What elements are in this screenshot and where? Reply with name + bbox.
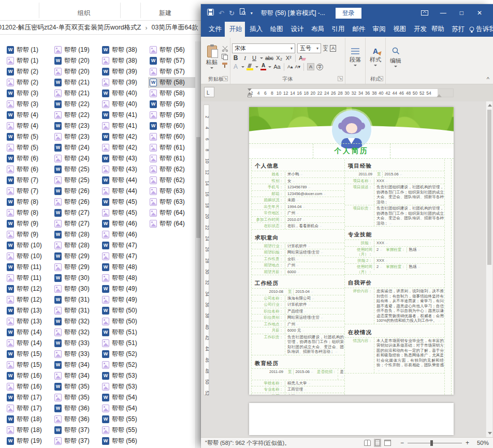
tab-引用[interactable]: 引用 <box>327 22 348 37</box>
breadcrumb-segment[interactable]: 03简历单面64款 <box>151 23 198 32</box>
file-item[interactable]: 帮帮 (33) <box>53 349 100 360</box>
file-item[interactable]: 帮帮 (37) <box>53 436 100 446</box>
tab-开发工具[interactable]: 开发工具 <box>409 22 427 37</box>
file-item[interactable]: 帮帮 (50) <box>100 305 148 316</box>
file-item[interactable]: 帮帮 (53) <box>100 381 148 392</box>
file-item[interactable]: 帮帮 (55) <box>100 425 148 436</box>
file-item[interactable]: 帮帮 (33) <box>53 338 100 349</box>
file-item[interactable]: 帮帮 (41) <box>100 121 148 131</box>
file-item[interactable]: 帮帮 (37) <box>53 425 100 436</box>
file-item[interactable]: 帮帮 (6) <box>5 153 53 164</box>
file-item[interactable]: 帮帮 (32) <box>53 327 100 338</box>
file-item[interactable]: 帮帮 (15) <box>5 360 53 370</box>
file-item[interactable]: 帮帮 (48) <box>100 273 148 283</box>
tab-帮助[interactable]: 帮助 <box>427 22 447 37</box>
file-item[interactable]: 帮帮 (36) <box>53 414 100 425</box>
file-item[interactable]: 帮帮 (39) <box>100 66 148 77</box>
file-item[interactable]: 帮帮 (25) <box>53 175 100 186</box>
file-item[interactable]: 帮帮 (56) <box>100 436 148 446</box>
file-item[interactable]: 帮帮 (42) <box>100 131 148 142</box>
file-item[interactable]: 帮帮 (12) <box>5 283 53 294</box>
tell-me-tab[interactable]: 告诉我 <box>476 22 493 37</box>
file-item[interactable]: 帮帮 (19) <box>5 436 53 446</box>
file-item[interactable]: 帮帮 (3) <box>5 88 53 99</box>
file-item[interactable]: 帮帮 (10) <box>5 251 53 262</box>
file-item[interactable]: 帮帮 (2) <box>5 77 53 88</box>
file-item[interactable]: 帮帮 (32) <box>53 316 100 327</box>
collapse-ribbon-icon[interactable]: ^ <box>487 76 489 82</box>
phonetic-guide-icon[interactable]: wén 文 <box>323 44 328 52</box>
file-item[interactable]: 帮帮 (39) <box>100 77 148 88</box>
paragraph-button[interactable]: 段落 <box>347 48 364 67</box>
chevron-down-icon[interactable] <box>260 57 263 59</box>
file-item[interactable]: 帮帮 (59) <box>148 99 196 110</box>
file-item[interactable]: 帮帮 (63) <box>148 186 196 197</box>
tab-插入[interactable]: 插入 <box>245 22 266 37</box>
font-size-select[interactable]: 五号▾ <box>297 43 321 53</box>
zoom-slider-track[interactable] <box>408 443 462 443</box>
file-item[interactable]: 帮帮 (7) <box>5 175 53 186</box>
print-layout-button[interactable] <box>374 439 381 447</box>
file-item[interactable]: 帮帮 (15) <box>5 349 53 360</box>
bold-button[interactable]: B <box>232 54 239 62</box>
read-mode-button[interactable] <box>363 439 372 447</box>
enclose-characters-button[interactable]: 字 <box>316 64 323 70</box>
file-item[interactable]: 帮帮 (63) <box>148 197 196 207</box>
format-painter-icon[interactable] <box>222 62 228 68</box>
file-item[interactable]: 帮帮 (31) <box>53 294 100 305</box>
italic-button[interactable]: I <box>241 54 249 62</box>
zoom-slider[interactable]: − + <box>400 439 469 446</box>
file-item[interactable]: 帮帮 (24) <box>53 142 100 153</box>
file-item[interactable]: 帮帮 (13) <box>5 305 53 316</box>
tab-审阅[interactable]: 审阅 <box>368 22 389 37</box>
file-item[interactable]: 帮帮 (43) <box>100 153 148 164</box>
file-item[interactable]: 帮帮 (47) <box>100 240 148 251</box>
tab-开始[interactable]: 开始 <box>225 22 245 37</box>
file-item[interactable]: 帮帮 (20) <box>53 55 100 66</box>
file-item[interactable]: 帮帮 (3) <box>5 99 53 110</box>
file-item[interactable]: 帮帮 (1) <box>5 44 53 55</box>
file-item[interactable]: 帮帮 (29) <box>53 262 100 273</box>
right-indent-marker[interactable] <box>437 94 442 97</box>
word-scrollbar-thumb[interactable] <box>487 110 491 265</box>
tab-设计[interactable]: 设计 <box>286 22 307 37</box>
file-item[interactable]: 帮帮 (1) <box>5 55 53 66</box>
file-item[interactable]: 帮帮 (49) <box>100 294 148 305</box>
file-item[interactable]: 帮帮 (41) <box>100 110 148 121</box>
file-item[interactable]: 帮帮 (38) <box>100 44 148 55</box>
tab-selector[interactable]: L <box>204 87 214 97</box>
file-item[interactable]: 帮帮 (8) <box>5 207 53 218</box>
file-item[interactable]: 帮帮 (18) <box>5 425 53 436</box>
strikethrough-button[interactable]: abc <box>265 54 273 62</box>
save-icon[interactable] <box>207 8 214 18</box>
file-item[interactable]: 帮帮 (11) <box>5 262 53 273</box>
file-item[interactable]: 帮帮 (57) <box>148 55 196 66</box>
file-item[interactable]: 帮帮 (53) <box>100 370 148 381</box>
explorer-group-organize[interactable]: 组织 <box>78 9 90 18</box>
highlight-color-icon[interactable] <box>247 64 253 70</box>
file-item[interactable]: 帮帮 (64) <box>148 218 196 229</box>
file-item[interactable]: 帮帮 (35) <box>53 392 100 403</box>
file-item[interactable]: 帮帮 (61) <box>148 153 196 164</box>
file-item[interactable]: 帮帮 (9) <box>5 229 53 240</box>
tab-布局[interactable]: 布局 <box>307 22 327 37</box>
file-item[interactable]: 帮帮 (14) <box>5 327 53 338</box>
file-item[interactable]: 帮帮 (4) <box>5 121 53 131</box>
file-item[interactable]: 帮帮 (57) <box>148 66 196 77</box>
file-item[interactable]: 帮帮 (58) <box>148 77 196 88</box>
maximize-icon[interactable]: □ <box>460 10 463 16</box>
zoom-out-button[interactable]: − <box>400 439 404 446</box>
file-item[interactable]: 帮帮 (60) <box>148 121 196 131</box>
change-case-button[interactable]: Aa <box>273 63 281 71</box>
file-item[interactable]: 帮帮 (30) <box>53 283 100 294</box>
file-item[interactable]: 帮帮 (24) <box>53 153 100 164</box>
superscript-button[interactable]: X² <box>285 54 292 62</box>
file-item[interactable]: 帮帮 (62) <box>148 175 196 186</box>
breadcrumb-segment[interactable]: 01202-解压密码zt24-单页双页套装简历word格式Z <box>0 23 141 32</box>
file-item[interactable]: 帮帮 (16) <box>5 370 53 381</box>
file-item[interactable]: 帮帮 (21) <box>53 88 100 99</box>
file-item[interactable]: 帮帮 (28) <box>53 240 100 251</box>
file-item[interactable]: 帮帮 (35) <box>53 381 100 392</box>
file-item[interactable]: 帮帮 (47) <box>100 251 148 262</box>
file-item[interactable]: 帮帮 (48) <box>100 262 148 273</box>
